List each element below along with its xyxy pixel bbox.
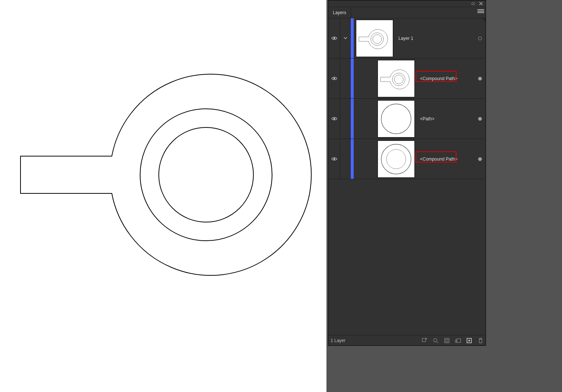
indent-spacer	[354, 59, 375, 98]
clipping-mask-icon[interactable]	[444, 338, 450, 344]
layer-row-root[interactable]: Layer 1	[328, 18, 486, 59]
layer-name-wrap[interactable]: <Compound Path>	[417, 157, 474, 162]
artboard[interactable]	[0, 0, 326, 392]
target-indicator[interactable]	[474, 139, 486, 179]
svg-rect-16	[446, 339, 448, 342]
target-indicator[interactable]	[474, 59, 486, 98]
svg-point-1	[159, 127, 253, 222]
svg-point-14	[434, 338, 437, 342]
layer-color-strip	[351, 139, 354, 179]
sublayer-row[interactable]: <Compound Path>	[328, 139, 486, 179]
svg-point-5	[333, 78, 335, 79]
visibility-toggle[interactable]	[328, 99, 340, 139]
svg-point-12	[386, 149, 406, 169]
target-circle-icon	[478, 157, 482, 161]
layer-thumbnail[interactable]	[356, 20, 393, 57]
target-circle-icon	[478, 117, 482, 121]
svg-rect-13	[422, 338, 426, 342]
lock-column[interactable]	[340, 59, 351, 98]
indent-spacer	[354, 99, 375, 139]
svg-rect-17	[457, 339, 461, 342]
svg-point-2	[333, 37, 335, 39]
eye-icon	[331, 157, 337, 161]
locate-object-icon[interactable]	[422, 338, 427, 344]
chevron-down-icon	[344, 36, 347, 41]
visibility-toggle[interactable]	[328, 18, 340, 58]
layer-name[interactable]: Layer 1	[395, 36, 474, 41]
eye-icon	[331, 76, 337, 80]
target-indicator[interactable]	[474, 99, 486, 139]
layer-name: <Compound Path>	[420, 157, 458, 162]
collapse-panel-icon[interactable]	[471, 1, 476, 6]
tab-label: Layers	[333, 10, 346, 15]
svg-point-10	[333, 158, 335, 159]
search-icon[interactable]	[433, 338, 439, 344]
layer-name: <Compound Path>	[420, 76, 458, 81]
svg-point-4	[373, 35, 382, 44]
sublayer-row[interactable]: <Path>	[328, 99, 486, 139]
layer-list[interactable]: Layer 1	[328, 18, 486, 335]
panel-footer: 1 Layer	[328, 335, 486, 345]
svg-point-7	[394, 75, 403, 84]
layer-count-text: 1 Layer	[331, 338, 419, 343]
layer-name-wrap[interactable]: <Compound Path>	[417, 76, 474, 81]
target-indicator[interactable]	[474, 18, 486, 58]
panel-tabbar: Layers	[328, 7, 486, 18]
layer-color-strip	[351, 59, 354, 98]
target-circle-icon	[478, 37, 482, 40]
eye-icon	[331, 36, 337, 40]
layer-thumbnail[interactable]	[378, 140, 415, 178]
panel-titlebar	[328, 0, 486, 7]
panel-flyout-menu-icon[interactable]	[477, 9, 484, 15]
lock-column[interactable]	[340, 139, 351, 179]
layer-color-strip	[351, 99, 354, 139]
svg-point-9	[381, 104, 411, 134]
svg-rect-18	[455, 340, 457, 342]
layer-name[interactable]: <Path>	[417, 116, 474, 121]
tab-layers[interactable]: Layers	[328, 7, 351, 18]
svg-rect-15	[445, 338, 449, 343]
visibility-toggle[interactable]	[328, 59, 340, 98]
layer-color-strip	[351, 18, 354, 58]
layer-thumbnail[interactable]	[378, 100, 415, 137]
indent-spacer	[354, 139, 375, 179]
eye-icon	[331, 117, 337, 121]
layers-panel: Layers	[328, 0, 486, 346]
lock-column[interactable]	[340, 99, 351, 139]
target-circle-icon	[478, 77, 482, 80]
layer-thumbnail[interactable]	[378, 60, 415, 97]
new-sublayer-icon[interactable]	[455, 338, 461, 344]
svg-point-8	[333, 118, 335, 119]
sublayer-row[interactable]: <Compound Path>	[328, 59, 486, 99]
expand-toggle[interactable]	[340, 18, 351, 58]
close-panel-icon[interactable]	[478, 1, 483, 6]
new-layer-icon[interactable]	[466, 338, 472, 344]
artwork-svg	[0, 0, 326, 392]
footer-icon-row	[422, 338, 483, 344]
delete-layer-icon[interactable]	[477, 338, 483, 344]
visibility-toggle[interactable]	[328, 139, 340, 179]
